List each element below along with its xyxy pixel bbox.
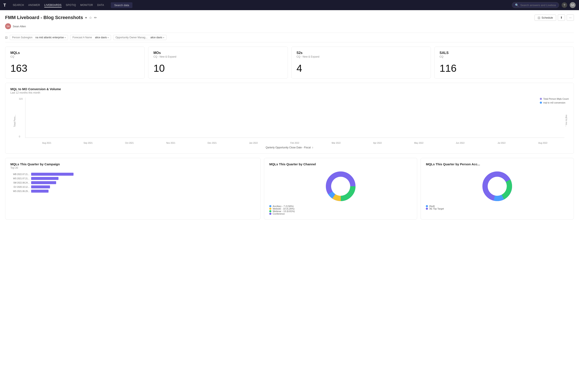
kpi-card-3: SALS CQ 116 [434,47,574,79]
hbar-item-4: WS 2021.06.29... [10,190,255,193]
nav-item-monitor[interactable]: MONITOR [80,3,93,7]
global-search-input[interactable] [520,3,556,7]
filter-value-1: alice davis [95,36,107,39]
bottom-charts: MQLs This Quarter by Campaign Top 20 WB … [5,158,574,220]
campaign-subtitle: Top 20 [10,166,255,169]
hbar-label-0: WB 2022.07.21... [10,173,29,175]
hbar-bar-2 [31,181,56,184]
person-acc-legend-item-1: AE Top Target [426,207,569,210]
kpi-title-1: MOs [153,51,283,55]
x-label-8: Apr 2022 [358,141,397,144]
filter-bar: ⊡ Person Subregion na mid atlantic enter… [5,33,574,42]
channel-legend-label-2: Webinar - 13 (6.81%) [273,210,295,213]
person-acc-chart-card: MQLs This Quarter by Person Acc... [Null… [421,158,574,220]
header-actions: ◫ Schedule ⬆ ··· [534,14,574,21]
x-labels: Aug 2021Sep 2021Oct 2021Nov 2021Dec 2021… [25,141,564,144]
svg-point-4 [331,177,350,196]
x-label-5: Jan 2022 [234,141,273,144]
y-axis: 320 0 [19,98,23,138]
filter-chip-1[interactable]: Forecast A Name alice davis ▾ [70,35,111,40]
search-data-button[interactable]: Search data [111,2,132,8]
horizontal-bar-container: WB 2022.07.21... WS 2021.07.21... SM 202… [10,173,255,193]
channel-dot-0 [269,205,271,207]
schedule-button[interactable]: ◫ Schedule [534,15,556,21]
bar-chart-card: MQL to MO Conversion & Volume Last 12 mo… [5,83,574,154]
schedule-icon: ◫ [538,16,540,19]
x-label-4: Dec 2021 [192,141,232,144]
x-label-11: Jul 2022 [482,141,521,144]
nav-item-data[interactable]: DATA [97,3,104,7]
kpi-subtitle-0: CQ [10,55,140,58]
bar-chart-subtitle: Last 12 months this month [10,91,569,94]
channel-donut-area [269,169,412,203]
sort-icon[interactable]: ↑ [312,146,313,149]
hbar-bar-3 [31,185,50,188]
kpi-card-1: MOs CQ - New & Expand 10 [148,47,288,79]
star-icon[interactable]: ☆ [89,16,92,20]
channel-legend-item-2: Webinar - 13 (6.81%) [269,210,412,213]
filter-icon: ⊡ [5,36,8,39]
hbar-label-3: EV 2020.10.12... [10,186,29,188]
channel-chart-card: MQLs This Quarter by Channel Ancillary -… [264,158,417,220]
y-axis-label: Total Pers... [10,98,19,144]
legend-dot-0 [540,98,542,100]
x-label-6: Feb 2022 [275,141,315,144]
share-button[interactable]: ⬆ [558,14,565,21]
hbar-item-1: WS 2021.07.21... [10,177,255,180]
legend-item-0: Total Person Mqls Count [540,98,569,100]
more-button[interactable]: ··· [567,14,574,21]
channel-legend-item-3: Conference [269,213,412,215]
kpi-row: MQLs CQ 163 MOs CQ - New & Expand 10 S2s… [5,47,574,79]
search-icon: 🔍 [515,3,519,7]
hbar-item-0: WB 2022.07.21... [10,173,255,176]
navigation: T SEARCHANSWERLIVEBOARDSSPOTIQMONITORDAT… [0,0,579,10]
hbar-bar-4 [31,190,49,193]
filter-label-1: Forecast A Name [72,36,92,39]
kpi-subtitle-1: CQ - New & Expand [153,55,283,58]
filter-value-0: na mid atlantic enterprise [35,36,64,39]
legend-label-0: Total Person Mqls Count [543,98,569,100]
person-acc-legend: [Null]AE Top Target [426,205,569,210]
bars-container [25,98,564,138]
channel-title: MQLs This Quarter by Channel [269,162,412,166]
nav-item-liveboards[interactable]: LIVEBOARDS [44,3,62,7]
filter-chip-2[interactable]: Opportunity Owner Manag... alice davis ▾ [113,35,166,40]
filter-chip-0[interactable]: Person Subregion na mid atlantic enterpr… [10,35,68,40]
main-content: FMM Liveboard - Blog Screenshots ▾ ☆ ✏ ◫… [0,10,579,392]
nav-item-answer[interactable]: ANSWER [28,3,40,7]
dropdown-icon[interactable]: ▾ [85,16,87,20]
edit-icon[interactable]: ✏ [94,16,97,20]
person-acc-dot-0 [426,205,428,207]
nav-item-search[interactable]: SEARCH [13,3,24,7]
y-tick-min: 0 [19,135,23,138]
nav-item-spotiq[interactable]: SPOTIQ [66,3,76,7]
logo[interactable]: T [3,3,6,8]
kpi-card-0: MQLs CQ 163 [5,47,145,79]
filter-label-0: Person Subregion [12,36,32,39]
help-button[interactable]: ? [562,2,567,8]
kpi-title-2: S2s [296,51,426,55]
liveboard-header: FMM Liveboard - Blog Screenshots ▾ ☆ ✏ ◫… [5,14,574,21]
person-acc-legend-item-0: [Null] [426,205,569,207]
hbar-label-4: WS 2021.06.29... [10,190,29,192]
kpi-value-0: 163 [10,62,140,74]
kpi-card-2: S2s CQ - New & Expand 4 [291,47,431,79]
kpi-value-3: 116 [439,62,569,74]
filter-arrow-0: ▾ [65,36,66,39]
kpi-subtitle-3: CQ [439,55,569,58]
hbar-bar-0 [31,173,73,176]
channel-dot-1 [269,208,271,210]
person-acc-dot-1 [426,208,428,210]
svg-point-8 [488,177,507,196]
kpi-subtitle-2: CQ - New & Expand [296,55,426,58]
person-acc-legend-label-1: AE Top Target [429,207,444,210]
kpi-title-0: MQLs [10,51,140,55]
user-avatar[interactable]: SA [570,2,576,8]
person-acc-legend-label-0: [Null] [429,205,434,207]
x-label-7: Mar 2022 [316,141,356,144]
campaign-title: MQLs This Quarter by Campaign [10,162,255,166]
channel-legend-label-3: Conference [273,213,285,215]
bar-chart-title: MQL to MO Conversion & Volume [10,87,569,91]
filter-arrow-2: ▾ [163,36,164,39]
global-search-bar[interactable]: 🔍 [512,2,559,8]
